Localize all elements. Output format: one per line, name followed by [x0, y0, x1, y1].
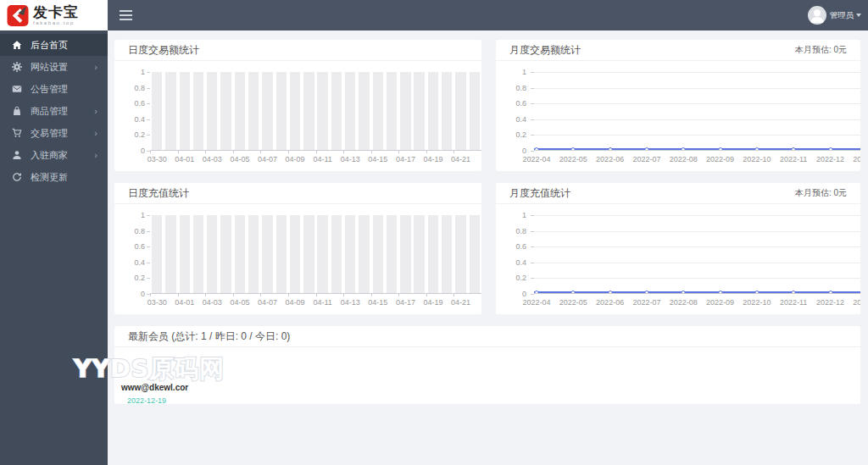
bar [262, 72, 272, 150]
member-name: www@dkewl.cor [121, 383, 847, 392]
x-axis-label: 04-05 [230, 155, 249, 163]
x-axis-label: 2022-05 [559, 298, 587, 307]
bar [414, 215, 424, 293]
card-monthly-recharge: 月度充值统计 本月预估: 0元 00.20.40.60.812022-04202… [496, 183, 860, 314]
bar [290, 72, 300, 150]
sidebar-item-home[interactable]: 后台首页 [0, 34, 108, 56]
sidebar-item-label: 入驻商家 [31, 149, 68, 162]
merchant-icon [12, 150, 22, 160]
gridline [534, 231, 860, 232]
x-axis-label: 04-15 [368, 298, 387, 307]
y-axis-label: 0.6 [114, 99, 145, 108]
data-point [644, 291, 648, 295]
y-axis-label: 0.4 [114, 258, 145, 267]
bar [303, 215, 314, 293]
bar [470, 72, 480, 150]
chevron-right-icon: › [94, 63, 97, 72]
data-point [792, 147, 796, 152]
sidebar-item-refresh[interactable]: 检测更新 [0, 166, 108, 188]
x-axis-label: 04-03 [203, 298, 222, 307]
y-axis-label: 0.8 [496, 84, 526, 92]
bar [193, 215, 203, 293]
x-axis-tick [343, 294, 344, 296]
x-axis-tick [233, 151, 234, 153]
x-axis-label: 04-09 [286, 298, 305, 307]
bar [455, 215, 465, 293]
brand-name: 发卡宝 [33, 5, 79, 19]
bar [359, 72, 369, 150]
x-axis-tick [316, 294, 317, 296]
bar [470, 215, 480, 293]
x-axis-label: 04-09 [286, 155, 305, 163]
bar [428, 72, 438, 150]
x-axis-label: 2023-01 [853, 298, 860, 307]
sidebar: 发卡宝 fakabao.top 后台首页网站设置›公告管理商品管理›交易管理›入… [0, 0, 108, 465]
y-axis-tick [147, 294, 150, 295]
x-axis-tick [260, 294, 261, 296]
y-axis-label: 1 [114, 211, 145, 219]
sidebar-item-gear[interactable]: 网站设置› [0, 56, 108, 78]
x-axis-label: 2022-06 [596, 298, 624, 307]
main-area: 管理员 日度交易额统计 00.20.40.60.8103-3004-0104-0… [108, 0, 868, 465]
brand-domain: fakabao.top [33, 20, 79, 25]
card-title: 月度充值统计 [509, 186, 570, 201]
x-axis-label: 2022-12 [816, 298, 844, 307]
y-axis-label: 0.2 [496, 130, 526, 139]
x-axis-label: 04-19 [423, 155, 442, 163]
x-axis-label: 2022-10 [743, 298, 771, 307]
bar [373, 215, 383, 293]
y-axis-label: 0.8 [496, 227, 526, 235]
data-point [754, 291, 759, 295]
watermark: YYDS原码网 [74, 352, 224, 386]
x-axis-label: 2022-12 [816, 155, 844, 163]
bar [373, 72, 383, 150]
x-axis-label: 04-15 [368, 155, 387, 163]
bar [442, 72, 452, 150]
bar [165, 215, 175, 293]
y-axis-label: 0.4 [496, 115, 526, 124]
y-axis-label: 1 [496, 68, 526, 76]
x-axis-label: 2022-05 [559, 155, 587, 163]
x-axis-label: 04-11 [313, 155, 331, 163]
x-axis-label: 04-07 [258, 298, 277, 307]
y-axis-label: 0 [114, 147, 145, 155]
sidebar-item-announcement[interactable]: 公告管理 [0, 78, 108, 100]
x-axis-tick [426, 294, 427, 296]
sidebar-item-cart[interactable]: 交易管理› [0, 122, 108, 144]
x-axis-tick [371, 294, 372, 296]
x-axis-label: 04-11 [313, 298, 331, 307]
gridline [534, 263, 860, 263]
username: 管理员 [830, 10, 854, 21]
bar [331, 72, 342, 150]
bar [400, 215, 410, 293]
daily-transactions-chart: 00.20.40.60.8103-3004-0104-0304-0504-070… [114, 61, 481, 171]
x-axis-label: 04-01 [175, 155, 194, 163]
menu-toggle-icon[interactable] [120, 8, 132, 23]
member-item[interactable]: www@dkewl.cor2022-12-19 [121, 383, 847, 405]
x-axis-tick [205, 294, 206, 296]
x-axis-label: 2022-07 [632, 155, 660, 163]
data-point [682, 147, 686, 152]
x-axis-tick [426, 151, 427, 153]
x-axis-tick [453, 151, 454, 153]
bar [317, 72, 327, 150]
bar [193, 72, 203, 150]
logo[interactable]: 发卡宝 fakabao.top [0, 0, 108, 30]
topbar: 管理员 [108, 0, 868, 30]
sidebar-item-product[interactable]: 商品管理› [0, 100, 108, 122]
chevron-right-icon: › [94, 151, 97, 160]
bar [165, 72, 175, 150]
gridline [534, 246, 860, 247]
line-series [534, 148, 860, 150]
sidebar-item-merchant[interactable]: 入驻商家› [0, 144, 108, 166]
x-axis-tick [398, 151, 399, 153]
card-title: 月度交易额统计 [509, 43, 581, 58]
gridline [534, 135, 860, 136]
x-axis-label: 2022-10 [743, 155, 771, 163]
x-axis-tick [316, 151, 317, 153]
bar [359, 215, 369, 293]
gridline [534, 88, 860, 89]
monthly-estimate: 本月预估: 0元 [795, 44, 847, 56]
user-menu[interactable]: 管理员 [808, 6, 862, 25]
x-axis-tick [150, 151, 151, 153]
